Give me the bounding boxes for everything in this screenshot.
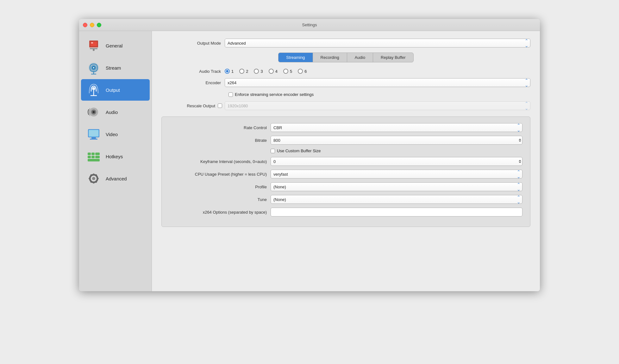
- rescale-output-row: Rescale Output 1920x1080 1280x720 ⌃ ⌄: [161, 101, 530, 110]
- custom-buffer-row: Use Custom Buffer Size: [169, 148, 522, 153]
- radio-1-label: 1: [231, 69, 234, 74]
- keyframe-input[interactable]: [271, 157, 522, 166]
- radio-2-circle: [239, 69, 244, 74]
- sidebar-item-output[interactable]: Output: [81, 79, 150, 101]
- rate-control-label: Rate Control: [169, 125, 271, 130]
- rate-control-select-wrapper: CBR VBR ABR CRF CQP ⌃ ⌄: [271, 123, 522, 132]
- encoder-settings-card: Rate Control CBR VBR ABR CRF CQP ⌃ ⌄: [161, 116, 530, 227]
- sidebar-label-hotkeys: Hotkeys: [106, 154, 123, 159]
- sidebar-label-stream: Stream: [106, 65, 121, 71]
- tab-replay-buffer[interactable]: Replay Buffer: [373, 53, 413, 62]
- minimize-button[interactable]: [90, 23, 94, 27]
- advanced-icon: [86, 171, 101, 186]
- svg-rect-29: [95, 156, 100, 158]
- tabs-container: Streaming Recording Audio Replay Buffer: [161, 53, 530, 62]
- encoder-row: Encoder x264 NVENC H.264 ⌃ ⌄: [161, 78, 530, 87]
- enforce-streaming-checkbox[interactable]: Enforce streaming service encoder settin…: [228, 92, 314, 97]
- sidebar-item-general[interactable]: General: [81, 35, 150, 56]
- rescale-output-checkbox[interactable]: [218, 104, 222, 108]
- audio-track-1[interactable]: 1: [225, 69, 234, 74]
- profile-select[interactable]: (None) baseline main high: [271, 182, 522, 191]
- keyframe-row: Keyframe Interval (seconds, 0=auto): [169, 157, 522, 166]
- svg-point-32: [92, 177, 95, 180]
- encoder-select-wrapper: x264 NVENC H.264 ⌃ ⌄: [225, 78, 530, 87]
- profile-row: Profile (None) baseline main high ⌃ ⌄: [169, 182, 522, 191]
- encoder-select[interactable]: x264 NVENC H.264: [225, 78, 530, 87]
- svg-rect-23: [89, 130, 98, 136]
- general-icon: [86, 38, 101, 53]
- cpu-preset-select[interactable]: veryfast ultrafast superfast faster fast…: [271, 170, 522, 179]
- radio-5-label: 5: [290, 69, 292, 74]
- audio-track-radio-group: 1 2 3 4 5: [225, 69, 307, 74]
- bitrate-row: Bitrate: [169, 136, 522, 145]
- sidebar-item-video[interactable]: Video: [81, 123, 150, 145]
- radio-5-circle: [283, 69, 288, 74]
- tab-streaming[interactable]: Streaming: [278, 53, 313, 62]
- radio-6-label: 6: [304, 69, 307, 74]
- radio-3-label: 3: [260, 69, 263, 74]
- audio-track-4[interactable]: 4: [269, 69, 278, 74]
- cpu-preset-row: CPU Usage Preset (higher = less CPU) ver…: [169, 170, 522, 179]
- window-title: Settings: [302, 22, 317, 27]
- enforce-streaming-box: [228, 92, 233, 97]
- maximize-button[interactable]: [97, 23, 101, 27]
- audio-track-2[interactable]: 2: [239, 69, 248, 74]
- rescale-output-label: Rescale Output: [187, 104, 215, 108]
- enforce-streaming-row: Enforce streaming service encoder settin…: [161, 92, 530, 97]
- sidebar-item-advanced[interactable]: Advanced: [81, 168, 150, 189]
- svg-rect-28: [91, 156, 95, 158]
- stream-icon: [86, 60, 101, 75]
- keyframe-stepper-wrapper: [271, 157, 522, 166]
- audio-icon: [86, 104, 101, 120]
- custom-buffer-label: Use Custom Buffer Size: [277, 148, 321, 153]
- profile-label: Profile: [169, 185, 271, 189]
- rescale-output-label-group: Rescale Output: [161, 104, 225, 108]
- sidebar-label-video: Video: [106, 132, 118, 137]
- keyframe-label: Keyframe Interval (seconds, 0=auto): [169, 159, 271, 164]
- profile-select-wrapper: (None) baseline main high ⌃ ⌄: [271, 182, 522, 191]
- hotkeys-icon: [86, 149, 101, 164]
- x264-options-label: x264 Options (separated by space): [169, 210, 271, 215]
- main-content: Output Mode Advanced Simple ⌃ ⌄ Streamin…: [152, 31, 540, 291]
- output-mode-select[interactable]: Advanced Simple: [225, 39, 530, 47]
- audio-track-6[interactable]: 6: [298, 69, 307, 74]
- radio-6-circle: [298, 69, 303, 74]
- svg-rect-24: [88, 153, 91, 155]
- radio-2-label: 2: [246, 69, 248, 74]
- tune-label: Tune: [169, 197, 271, 202]
- tab-recording[interactable]: Recording: [313, 53, 347, 62]
- audio-track-3[interactable]: 3: [254, 69, 263, 74]
- close-button[interactable]: [83, 23, 87, 27]
- rescale-output-select[interactable]: 1920x1080 1280x720: [225, 101, 530, 110]
- bitrate-input[interactable]: [271, 136, 522, 145]
- output-mode-select-wrapper: Advanced Simple ⌃ ⌄: [225, 39, 530, 47]
- tab-bar: Streaming Recording Audio Replay Buffer: [278, 53, 413, 62]
- custom-buffer-checkbox[interactable]: Use Custom Buffer Size: [271, 148, 321, 153]
- bitrate-label: Bitrate: [169, 138, 271, 143]
- rate-control-select[interactable]: CBR VBR ABR CRF CQP: [271, 123, 522, 132]
- audio-track-label: Audio Track: [161, 69, 225, 74]
- tab-audio[interactable]: Audio: [347, 53, 373, 62]
- svg-rect-30: [88, 159, 100, 161]
- titlebar: Settings: [79, 19, 540, 31]
- x264-options-input[interactable]: [271, 208, 522, 217]
- audio-track-5[interactable]: 5: [283, 69, 292, 74]
- svg-rect-2: [91, 42, 93, 43]
- sidebar-item-stream[interactable]: Stream: [81, 57, 150, 78]
- sidebar: General: [79, 31, 152, 291]
- window-body: General: [79, 31, 540, 291]
- cpu-preset-select-wrapper: veryfast ultrafast superfast faster fast…: [271, 170, 522, 179]
- output-mode-label: Output Mode: [161, 41, 225, 46]
- rescale-output-select-wrapper: 1920x1080 1280x720 ⌃ ⌄: [225, 101, 530, 110]
- sidebar-item-audio[interactable]: Audio: [81, 101, 150, 123]
- radio-1-circle: [225, 69, 230, 74]
- svg-point-11: [92, 87, 95, 90]
- video-icon: [86, 127, 101, 142]
- sidebar-label-general: General: [106, 43, 122, 48]
- rate-control-row: Rate Control CBR VBR ABR CRF CQP ⌃ ⌄: [169, 123, 522, 132]
- tune-select[interactable]: (None) film animation grain: [271, 195, 522, 204]
- x264-options-row: x264 Options (separated by space): [169, 208, 522, 217]
- sidebar-item-hotkeys[interactable]: Hotkeys: [81, 146, 150, 167]
- sidebar-label-audio: Audio: [106, 110, 118, 115]
- sidebar-label-advanced: Advanced: [106, 176, 127, 181]
